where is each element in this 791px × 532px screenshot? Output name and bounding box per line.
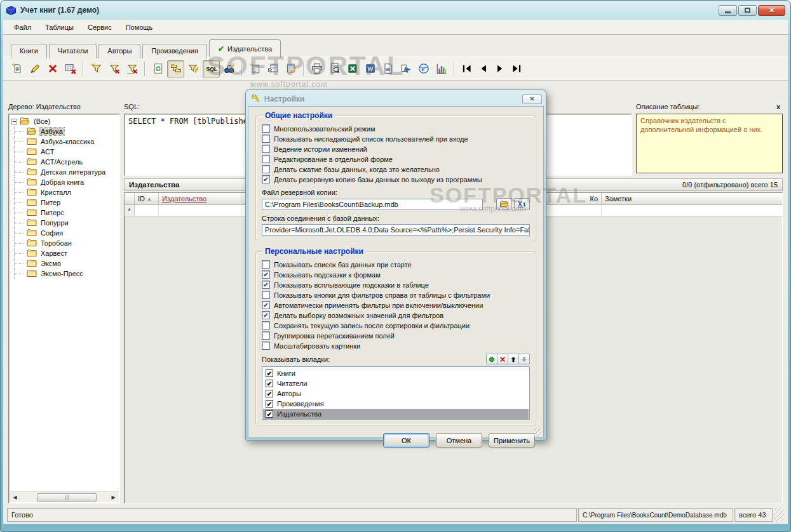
menu-item-0[interactable]: Файл [7,21,38,34]
backup-path-input[interactable]: C:\Program Files\BooksCount\Backup.mdb [262,199,483,210]
tree-item-3[interactable]: АСТ [9,147,119,157]
tab-0[interactable]: Книги [11,44,47,58]
checkbox-unchecked-icon[interactable] [262,260,270,269]
checkbox-checked-icon[interactable]: ✔ [262,301,270,309]
checkbox-checked-icon[interactable]: ✔ [266,400,273,408]
ok-button[interactable]: ОК [383,433,429,448]
tab-add-button[interactable] [486,354,497,364]
grid-cell[interactable] [135,205,159,216]
visible-tab-item-3[interactable]: ✔Произведения [263,399,529,409]
general-option-5[interactable]: ✔Делать резервную копию базы данных по в… [262,175,530,184]
personal-option-8[interactable]: Масштабировать картинки [262,341,530,350]
toolbar-print-button[interactable] [308,60,325,77]
checkbox-checked-icon[interactable]: ✔ [262,270,270,279]
checkbox-checked-icon[interactable]: ✔ [266,390,273,397]
visible-tab-item-1[interactable]: ✔Читатели [263,378,529,389]
tab-2[interactable]: Авторы [98,44,140,58]
tab-move-up-button[interactable] [508,354,519,364]
backup-now-button[interactable]: X1 [514,198,530,210]
connection-string-input[interactable]: Provider=Microsoft.Jet.OLEDB.4.0;Data So… [262,224,530,236]
dialog-close-button[interactable]: ✕ [522,94,542,104]
toolbar-delete-record-button[interactable] [44,60,61,77]
tab-1[interactable]: Читатели [49,44,97,58]
checkbox-checked-icon[interactable]: ✔ [262,281,270,289]
toolbar-nav-first-button[interactable] [459,60,475,77]
grid-cell[interactable] [159,205,241,216]
grid-cell[interactable] [602,205,782,216]
toolbar-filter-clear-all-button[interactable] [123,60,140,77]
dialog-button-1[interactable]: Отмена [436,433,482,448]
toolbar-nav-last-button[interactable] [508,60,524,77]
tree-item-2[interactable]: Азбука-классика [9,136,119,147]
grid-column-notes[interactable]: Заметки [602,193,782,204]
toolbar-form-open-button[interactable] [264,60,281,77]
tree-item-4[interactable]: АСТ/Астрель [9,157,119,167]
toolbar-search-button[interactable] [220,60,238,77]
tree-item-11[interactable]: София [9,228,119,238]
checkbox-unchecked-icon[interactable] [262,321,270,329]
tree-item-12[interactable]: Торобоан [9,238,119,248]
visible-tab-item-4[interactable]: ✔Издательства [263,409,529,419]
scroll-right-icon[interactable]: ▶ [108,492,119,502]
minimize-button[interactable] [719,5,737,16]
dialog-button-2[interactable]: Применить [489,433,535,448]
tree-item-6[interactable]: Добрая книга [9,177,119,187]
toolbar-form-new-button[interactable] [247,60,264,77]
visible-tab-item-0[interactable]: ✔Книги [263,368,529,378]
scrollbar-thumb[interactable] [37,493,97,502]
general-option-1[interactable]: Показывать ниспадающий список пользовате… [262,134,530,143]
grid-column-publisher[interactable]: Издательство [159,193,241,204]
menu-item-3[interactable]: Помощь [119,21,160,34]
toolbar-open-browser-button[interactable]: e [415,60,432,77]
general-option-4[interactable]: Делать сжатие базы данных, когда это жел… [262,164,530,174]
checkbox-unchecked-icon[interactable] [262,331,270,340]
tree-item-9[interactable]: Питерс [9,208,119,218]
toolbar-filter-new-button[interactable] [88,60,105,77]
toolbar-export-word-button[interactable] [362,60,379,77]
tree-item-1[interactable]: Азбука [9,126,119,136]
checkbox-unchecked-icon[interactable] [262,135,270,143]
personal-option-1[interactable]: ✔Показывать подсказки к формам [262,270,530,279]
dialog-title-bar[interactable]: Настройки ✕ [248,91,544,106]
personal-option-2[interactable]: ✔Показывать всплывающие подсказки в табл… [262,280,530,289]
general-option-0[interactable]: Многопользовательский режим [262,124,530,133]
toolbar-export-excel-button[interactable] [344,60,361,77]
tree-item-0[interactable]: (Все) [9,116,119,126]
title-bar[interactable]: Учет книг (1.67 демо) ✕ [1,1,790,20]
close-button[interactable]: ✕ [758,5,785,16]
personal-option-7[interactable]: Группировка перетаскиванием полей [262,331,530,340]
dialog-resize-grip[interactable] [534,428,542,436]
resize-grip[interactable] [774,508,784,522]
toolbar-nav-next-button[interactable] [492,60,508,77]
checkbox-unchecked-icon[interactable] [262,165,270,173]
toolbar-delete-table-rows-button[interactable] [62,60,79,77]
tab-delete-button[interactable] [497,354,508,364]
toolbar-refresh-button[interactable] [149,60,166,77]
checkbox-unchecked-icon[interactable] [262,155,270,163]
checkbox-checked-icon[interactable]: ✔ [266,369,273,377]
tree-item-10[interactable]: Попурри [9,218,119,228]
checkbox-unchecked-icon[interactable] [262,342,270,350]
tree-item-7[interactable]: Кристалл [9,187,119,197]
grid-column-id[interactable]: ID▲ [135,193,159,204]
toolbar-print-preview-button[interactable] [326,60,343,77]
tree-horizontal-scrollbar[interactable]: ◀ ▶ [10,491,119,502]
tab-4[interactable]: ✔Издательства [209,39,281,57]
toolbar-nav-prev-button[interactable] [475,60,491,77]
toolbar-edit-record-button[interactable] [26,60,43,77]
tree-item-13[interactable]: Харвест [9,248,119,258]
toolbar-filter-clear-button[interactable] [105,60,123,77]
general-option-2[interactable]: Ведение истории изменений [262,144,530,154]
toolbar-filter-apply-button[interactable] [185,60,202,77]
personal-option-3[interactable]: Показывать кнопки для фильтров справа от… [262,290,530,300]
toolbar-tree-panel-toggle-button[interactable] [167,60,184,77]
description-close-icon[interactable]: x [776,103,783,110]
personal-option-4[interactable]: ✔Автоматически применять фильтры при вкл… [262,300,530,310]
checkbox-checked-icon[interactable]: ✔ [262,311,270,319]
toolbar-sql-toggle-button[interactable]: SQL [203,60,220,77]
tab-move-down-button[interactable] [518,354,530,364]
personal-option-0[interactable]: Показывать список баз данных при старте [262,260,530,269]
checkbox-checked-icon[interactable]: ✔ [262,175,270,183]
visible-tab-item-2[interactable]: ✔Авторы [263,389,529,399]
tree-item-15[interactable]: Эксмо-Пресс [9,269,119,279]
